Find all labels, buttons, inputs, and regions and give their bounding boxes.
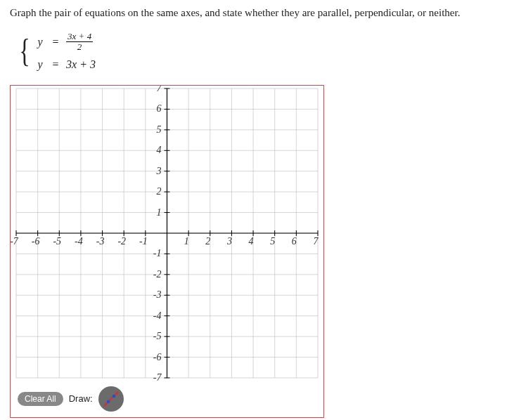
clear-all-button[interactable]: Clear All: [18, 392, 63, 406]
svg-text:6: 6: [292, 236, 297, 247]
eq1-denominator: 2: [76, 42, 84, 52]
svg-text:-3: -3: [96, 236, 105, 247]
line-tool-icon: [101, 388, 122, 409]
svg-text:4: 4: [157, 145, 162, 155]
eq1-lhs: y: [35, 36, 45, 48]
svg-text:-6: -6: [153, 351, 162, 362]
eq1-frac: 3x + 4 2: [66, 32, 93, 53]
svg-text:7: 7: [314, 236, 319, 247]
svg-text:-5: -5: [153, 331, 162, 341]
svg-text:-2: -2: [153, 268, 162, 279]
svg-point-92: [112, 394, 115, 398]
eq1-numerator: 3x + 4: [66, 32, 93, 42]
eq2-rhs: 3x + 3: [66, 58, 96, 71]
equation-2: y = 3x + 3: [35, 58, 96, 71]
svg-text:7: 7: [157, 86, 162, 93]
svg-text:-7: -7: [153, 372, 162, 381]
equation-1: y = 3x + 4 2: [35, 32, 96, 53]
line-tool-button[interactable]: [98, 386, 124, 412]
svg-text:2: 2: [157, 186, 162, 197]
graph-canvas[interactable]: -7-6-5-4-3-2-11234567-7-6-5-4-3-2-112345…: [11, 86, 323, 381]
svg-text:1: 1: [157, 206, 162, 217]
eq1-equals: =: [45, 36, 66, 48]
svg-text:-7: -7: [11, 236, 19, 247]
svg-point-91: [106, 400, 110, 403]
eq2-lhs: y: [35, 58, 45, 71]
svg-text:3: 3: [156, 165, 162, 176]
coordinate-plane: -7-6-5-4-3-2-11234567-7-6-5-4-3-2-112345…: [11, 86, 323, 381]
svg-text:-1: -1: [139, 236, 148, 247]
instruction-text: Graph the pair of equations on the same …: [10, 7, 504, 19]
left-brace: {: [19, 35, 30, 67]
svg-text:3: 3: [226, 236, 232, 247]
svg-text:-5: -5: [53, 236, 61, 247]
svg-text:-2: -2: [117, 236, 126, 247]
equation-system: { y = 3x + 4 2 y = 3x + 3: [17, 32, 504, 71]
svg-line-88: [104, 392, 118, 406]
svg-text:6: 6: [157, 103, 162, 114]
svg-text:-4: -4: [153, 310, 162, 320]
svg-text:1: 1: [184, 236, 189, 247]
svg-text:-6: -6: [32, 236, 40, 247]
graph-container: -7-6-5-4-3-2-11234567-7-6-5-4-3-2-112345…: [10, 85, 324, 418]
eq2-equals: =: [45, 58, 66, 71]
draw-label: Draw:: [69, 393, 93, 404]
svg-text:4: 4: [249, 236, 254, 247]
graph-controls: Clear All Draw:: [11, 381, 323, 417]
svg-text:5: 5: [270, 236, 275, 247]
svg-text:-1: -1: [153, 248, 162, 258]
svg-text:2: 2: [205, 236, 210, 247]
svg-text:-4: -4: [75, 236, 83, 247]
svg-text:-3: -3: [153, 289, 162, 300]
svg-text:5: 5: [157, 124, 162, 134]
